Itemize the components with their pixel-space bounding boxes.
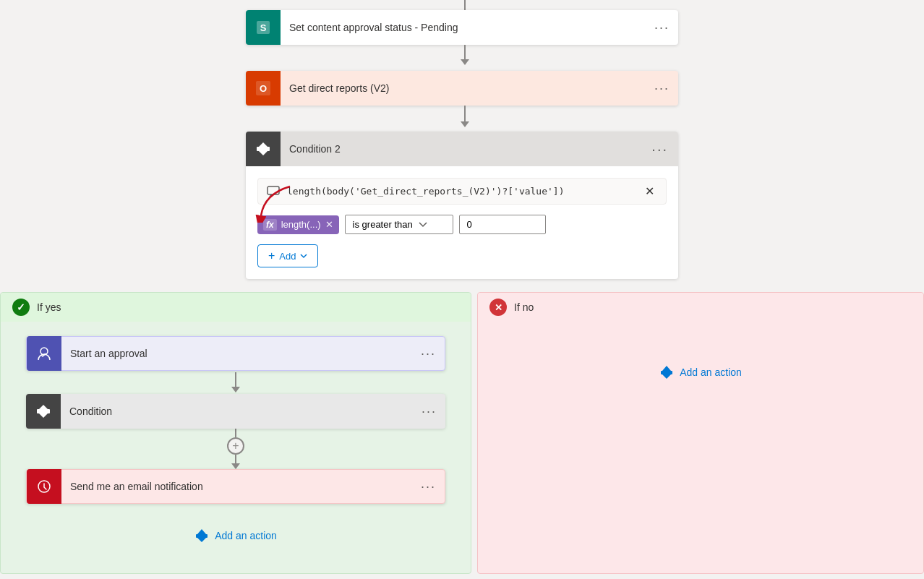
condition2-block: Condition 2 ··· length(body('Get_direct_…	[246, 132, 678, 279]
email-icon	[27, 469, 61, 504]
svg-marker-16	[197, 529, 206, 534]
condition-inputs-row: fx length(...) ✕ is greater than	[257, 215, 667, 234]
send-email-node[interactable]: Send me an email notification ···	[26, 469, 445, 504]
if-no-x-icon: ✕	[489, 299, 507, 316]
svg-marker-13	[38, 413, 48, 418]
if-no-add-action-button[interactable]: Add an action	[656, 362, 745, 382]
start-approval-menu[interactable]: ···	[412, 346, 445, 361]
add-action-icon	[194, 528, 209, 543]
condition-icon	[255, 141, 271, 157]
condition2-body: length(body('Get_direct_reports_(V2)')?[…	[246, 166, 678, 279]
condition2-label: Condition 2	[281, 143, 641, 155]
svg-text:S: S	[260, 22, 267, 33]
add-chevron-icon	[300, 254, 307, 259]
condition-svg-icon	[35, 403, 51, 419]
condition-label: Condition	[61, 406, 413, 417]
condition2-icon	[246, 132, 281, 166]
get-direct-label: Get direct reports (V2)	[281, 82, 646, 94]
chip-close[interactable]: ✕	[325, 219, 333, 230]
if-no-add-action-label: Add an action	[680, 366, 742, 378]
svg-marker-19	[662, 366, 671, 371]
condition2-header[interactable]: Condition 2 ···	[246, 132, 678, 166]
if-yes-body: Start an approval ··· Condition ···	[1, 322, 471, 560]
condition-inner-icon	[26, 394, 61, 429]
condition-value-input[interactable]	[459, 215, 546, 234]
condition-menu[interactable]: ···	[413, 404, 445, 419]
function-chip-label: length(...)	[281, 219, 321, 230]
function-chip[interactable]: fx length(...) ✕	[257, 215, 339, 234]
set-content-label: Set content approval status - Pending	[281, 22, 646, 33]
add-button[interactable]: + Add	[257, 244, 318, 267]
operator-select[interactable]: is greater than	[345, 215, 453, 234]
start-approval-node[interactable]: Start an approval ···	[26, 336, 445, 371]
if-no-header: ✕ If no	[478, 293, 923, 322]
send-email-menu[interactable]: ···	[412, 479, 445, 494]
get-direct-reports-node[interactable]: O Get direct reports (V2) ···	[246, 71, 678, 106]
svg-rect-7	[268, 186, 279, 194]
svg-marker-12	[38, 405, 48, 410]
expression-close-button[interactable]: ✕	[642, 184, 657, 198]
if-yes-header: ✓ If yes	[1, 293, 471, 322]
send-email-label: Send me an email notification	[61, 481, 412, 492]
if-no-label: If no	[514, 301, 534, 313]
operator-label: is greater than	[353, 219, 413, 230]
if-no-section: ✕ If no Add an action	[477, 292, 924, 574]
if-no-body: Add an action	[478, 322, 923, 423]
if-yes-check-icon: ✓	[12, 299, 30, 316]
add-label: Add	[279, 251, 296, 262]
if-no-add-action-icon	[659, 365, 674, 379]
plus-connector[interactable]: +	[227, 429, 244, 469]
email-svg-icon	[36, 479, 52, 494]
svg-marker-5	[258, 142, 268, 147]
plus-circle-icon[interactable]: +	[227, 437, 244, 455]
set-content-node[interactable]: S Set content approval status - Pending …	[246, 10, 678, 45]
svg-rect-15	[196, 534, 208, 538]
chevron-down-icon	[419, 222, 427, 228]
svg-rect-18	[661, 371, 672, 374]
svg-marker-20	[662, 374, 671, 379]
if-yes-add-action-label: Add an action	[215, 530, 277, 541]
expression-icon	[267, 185, 280, 198]
arrow-connector-1	[231, 372, 240, 393]
expression-text: length(body('Get_direct_reports_(V2)')?[…	[287, 186, 642, 197]
get-direct-menu[interactable]: ···	[646, 81, 678, 96]
svg-marker-6	[258, 150, 268, 155]
if-yes-add-action-button[interactable]: Add an action	[192, 526, 280, 546]
approval-icon	[27, 336, 61, 371]
svg-marker-17	[197, 538, 206, 542]
condition2-menu[interactable]: ···	[641, 141, 678, 158]
start-approval-label: Start an approval	[61, 348, 412, 359]
fx-icon: fx	[263, 219, 277, 231]
expression-row: length(body('Get_direct_reports_(V2)')?[…	[257, 178, 667, 205]
set-content-menu[interactable]: ···	[646, 20, 678, 35]
if-yes-label: If yes	[37, 301, 61, 313]
approval-svg-icon	[36, 346, 52, 361]
plus-icon: +	[268, 249, 275, 262]
office-icon: O	[254, 80, 272, 97]
svg-text:O: O	[260, 83, 267, 94]
if-yes-section: ✓ If yes Start an approval ···	[0, 292, 471, 574]
condition-node[interactable]: Condition ···	[26, 394, 445, 429]
sharepoint-icon: S	[254, 19, 272, 36]
